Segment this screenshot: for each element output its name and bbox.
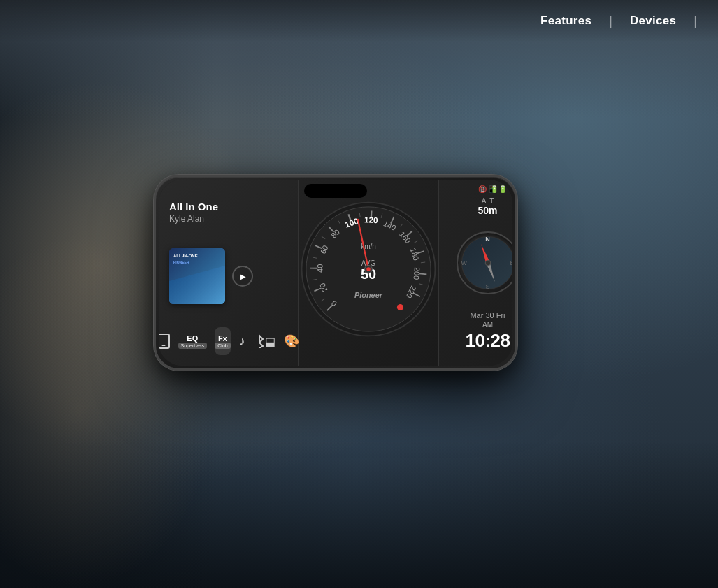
fx-preset-badge: Club [215, 343, 230, 349]
phone-icon[interactable] [159, 327, 170, 355]
right-panel: 📱 🔋 ALT 50m N S E W [438, 180, 512, 366]
svg-point-44 [366, 267, 370, 271]
svg-text:200: 200 [412, 266, 422, 280]
phone-status-icon: 🔋 [490, 185, 498, 193]
speedometer-svg: 0 20 40 60 80 [299, 199, 438, 339]
svg-point-48 [485, 260, 491, 266]
fx-button[interactable]: Fx Club [215, 327, 230, 355]
datetime-display: Mar 30 Fri AM 10:28 [439, 306, 512, 366]
phone-screen: 📵 🔋 All In One Kyle Alan ALL-IN-ONE PION… [159, 180, 512, 366]
date-display: Mar 30 Fri [446, 311, 512, 320]
phone-mockup: 📵 🔋 All In One Kyle Alan ALL-IN-ONE PION… [154, 175, 517, 371]
album-area: ALL-IN-ONE PIONEER [169, 232, 287, 320]
eq-button[interactable]: EQ Superbass [178, 327, 206, 355]
music-artist: Kyle Alan [169, 214, 287, 224]
svg-text:40: 40 [315, 264, 324, 273]
music-note-icon[interactable]: ♪ [239, 327, 245, 355]
music-title: All In One [169, 201, 287, 213]
compass-container: N S E W [439, 220, 512, 306]
battery-icon-status: 🔋 [498, 185, 507, 193]
phone-frame: 📵 🔋 All In One Kyle Alan ALL-IN-ONE PION… [154, 175, 517, 371]
left-panel-icons: EQ Superbass Fx Club ♪ [169, 327, 287, 355]
time-display: 10:28 [446, 330, 512, 352]
svg-text:120: 120 [364, 215, 378, 225]
bluetooth-icon[interactable]: ⬓ [254, 327, 275, 355]
side-button[interactable] [154, 233, 156, 268]
speedometer: 0 20 40 60 80 [299, 199, 438, 339]
compass: N S E W [457, 231, 513, 294]
speedometer-panel: 0 20 40 60 80 [299, 180, 438, 366]
nav-items: Features | Devices | [523, 14, 697, 29]
nav-devices[interactable]: Devices [612, 14, 694, 28]
nav-divider-2: | [694, 14, 697, 29]
face-icon[interactable]: 🎨 [284, 327, 299, 355]
album-art: ALL-IN-ONE PIONEER [169, 248, 225, 304]
compass-needle-svg [458, 233, 513, 293]
nav-features[interactable]: Features [523, 14, 609, 28]
altitude-value: 50m [446, 205, 512, 216]
battery-icon: 📵 [478, 185, 487, 193]
status-bar: 📵 🔋 [478, 185, 498, 193]
dynamic-island [304, 184, 367, 198]
music-panel: 📵 🔋 All In One Kyle Alan ALL-IN-ONE PION… [159, 180, 299, 366]
altitude-label: ALT [446, 197, 512, 205]
svg-point-45 [397, 304, 403, 310]
svg-text:Pioneer: Pioneer [354, 291, 383, 299]
navbar: Features | Devices | [0, 0, 718, 42]
play-button[interactable] [232, 266, 253, 287]
time-period: AM [446, 321, 512, 329]
album-art-text: ALL-IN-ONE PIONEER [173, 254, 198, 264]
eq-preset-badge: Superbass [178, 343, 207, 349]
